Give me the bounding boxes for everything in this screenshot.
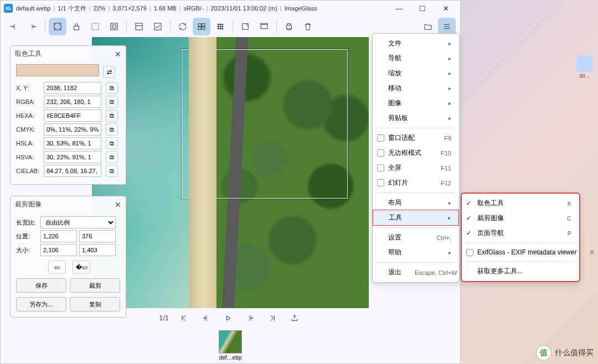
crop-copy-button[interactable]: 复制 — [70, 297, 120, 311]
hsva-input[interactable] — [44, 151, 101, 163]
cmyk-input[interactable] — [44, 123, 101, 136]
svg-point-15 — [220, 26, 221, 27]
nav-back-button[interactable] — [5, 18, 23, 35]
svg-rect-5 — [136, 23, 142, 30]
menu-zoom[interactable]: 缩放▸ — [373, 66, 459, 81]
menu-separator — [466, 261, 575, 262]
crop-saveas-button[interactable]: 另存为... — [16, 297, 66, 311]
app-icon: IG — [4, 4, 13, 13]
cielab-input[interactable] — [44, 165, 101, 177]
copy-xy-button[interactable]: ⧉ — [106, 82, 118, 94]
submenu-page-nav[interactable]: ✓页面导航P — [462, 226, 579, 241]
desktop-shortcut[interactable]: 20… — [575, 55, 595, 79]
menu-separator — [377, 128, 455, 128]
submenu-more-tools[interactable]: 获取更多工具... — [462, 264, 579, 279]
title-datetime: 2023/11/01 13:00:02 (m) — [210, 5, 277, 12]
title-filesize: 1.68 MB — [154, 5, 177, 12]
menu-separator — [377, 193, 455, 193]
crop-panel-close-button[interactable]: ✕ — [115, 200, 121, 209]
menu-file[interactable]: 文件▸ — [373, 36, 459, 51]
last-image-button[interactable] — [265, 311, 280, 325]
crop-y-input[interactable] — [79, 230, 116, 242]
fit-window-button[interactable] — [49, 18, 66, 35]
color-picker-panel[interactable]: 取色工具 ✕ ⇄ X, Y:⧉ RGBA:⧉ HEXA:⧉ CMYK:⧉ HSL… — [10, 45, 126, 185]
copy-cmyk-button[interactable]: ⧉ — [106, 123, 118, 136]
crop-x-input[interactable] — [40, 230, 77, 242]
copy-cielab-button[interactable]: ⧉ — [106, 165, 118, 177]
delete-button[interactable] — [299, 18, 317, 35]
scale-to-fit-button[interactable] — [130, 18, 148, 35]
title-dimensions: 3,871×2,579 — [112, 5, 146, 12]
crop-w-input[interactable] — [40, 244, 77, 256]
svg-point-12 — [220, 24, 221, 25]
watermark-text: 什么值得买 — [555, 348, 594, 358]
menu-navigation[interactable]: 导航▸ — [373, 51, 459, 66]
crop-h-input[interactable] — [79, 244, 116, 256]
xy-input[interactable] — [44, 82, 101, 94]
submenu-exifglass[interactable]: ExifGlass - EXIF metadata viewerX — [462, 246, 579, 259]
submenu-color-picker[interactable]: ✓取色工具K — [462, 196, 579, 211]
actual-size-button[interactable] — [86, 18, 104, 35]
copy-rgba-button[interactable]: ⧉ — [106, 96, 118, 108]
open-file-button[interactable] — [419, 18, 437, 35]
window-close-button[interactable]: ✕ — [435, 1, 457, 16]
tools-submenu: ✓取色工具K ✓裁剪图像C ✓页面导航P ExifGlass - EXIF me… — [461, 193, 580, 282]
menu-image[interactable]: 图像▸ — [373, 96, 459, 111]
menu-settings[interactable]: 设置Ctrl+, — [373, 230, 459, 245]
crop-apply-button[interactable]: 裁剪 — [70, 278, 120, 293]
window-maximize-button[interactable]: ☐ — [411, 1, 434, 16]
watermark-badge: 值 — [536, 345, 551, 361]
title-colorspace: sRGB/- — [184, 5, 204, 12]
displayed-image — [92, 37, 369, 308]
color-picker-close-button[interactable]: ✕ — [115, 50, 121, 59]
menu-tools[interactable]: 工具▸ — [373, 210, 459, 226]
thumbnail-bar-button[interactable] — [193, 18, 210, 35]
refresh-button[interactable] — [174, 18, 192, 35]
fullscreen-button[interactable] — [255, 18, 273, 35]
nav-forward-button[interactable] — [24, 18, 42, 35]
print-button[interactable] — [280, 18, 298, 35]
menu-help[interactable]: 帮助▸ — [373, 245, 459, 260]
next-image-button[interactable] — [243, 311, 257, 325]
hsla-input[interactable] — [44, 137, 101, 149]
submenu-crop[interactable]: ✓裁剪图像C — [462, 211, 579, 226]
menu-exit[interactable]: 退出Escape, Ctrl+W — [373, 265, 459, 280]
menu-layout[interactable]: 布局▸ — [373, 195, 459, 210]
svg-point-16 — [222, 26, 223, 27]
window-fit-button[interactable] — [236, 18, 254, 35]
crop-save-button[interactable]: 保存 — [16, 278, 66, 293]
svg-rect-22 — [287, 25, 292, 29]
prev-image-button[interactable] — [199, 311, 213, 325]
rgba-input[interactable] — [44, 96, 101, 108]
titlebar[interactable]: IG default.webp | 1/1 个文件 | 22% | 3,871×… — [1, 1, 460, 16]
menu-slideshow[interactable]: 幻灯片F12 — [373, 175, 459, 190]
hexa-input[interactable] — [44, 110, 101, 122]
aspect-ratio-select[interactable]: 自由比例 — [40, 216, 116, 228]
toolbar-divider — [126, 20, 127, 33]
crop-reset-button[interactable]: �▭ — [73, 261, 90, 274]
chart-button[interactable] — [149, 18, 167, 35]
menu-move[interactable]: 移动▸ — [373, 81, 459, 96]
menu-borderless[interactable]: 无边框模式F10 — [373, 145, 459, 160]
lock-zoom-button[interactable] — [68, 18, 85, 35]
crop-panel[interactable]: 裁剪图像 ✕ 长宽比: 自由比例 位置: 大小: ▭ �▭ 保存 裁剪 另存为.… — [10, 196, 126, 318]
copy-hsla-button[interactable]: ⧉ — [106, 137, 118, 149]
copy-hsva-button[interactable]: ⧉ — [106, 151, 118, 163]
crop-select-all-button[interactable]: ▭ — [48, 261, 66, 274]
toolbar-divider — [276, 20, 277, 33]
grid-button[interactable] — [212, 18, 229, 35]
main-menu-button[interactable] — [438, 18, 456, 35]
thumbnail-item[interactable]: def…ebp — [216, 330, 244, 361]
share-button[interactable] — [287, 311, 302, 325]
menu-clipboard[interactable]: 剪贴板▸ — [373, 111, 459, 126]
play-slideshow-button[interactable] — [221, 311, 235, 325]
copy-hexa-button[interactable]: ⧉ — [106, 110, 118, 122]
auto-zoom-button[interactable] — [105, 18, 123, 35]
first-image-button[interactable] — [177, 311, 191, 325]
swap-color-button[interactable]: ⇄ — [103, 66, 115, 78]
window-minimize-button[interactable]: — — [388, 1, 410, 16]
svg-point-13 — [222, 24, 223, 25]
crop-selection-rect[interactable] — [182, 49, 348, 199]
menu-fullscreen[interactable]: 全屏F11 — [373, 160, 459, 175]
menu-fit-window[interactable]: 窗口适配F9 — [373, 131, 459, 145]
